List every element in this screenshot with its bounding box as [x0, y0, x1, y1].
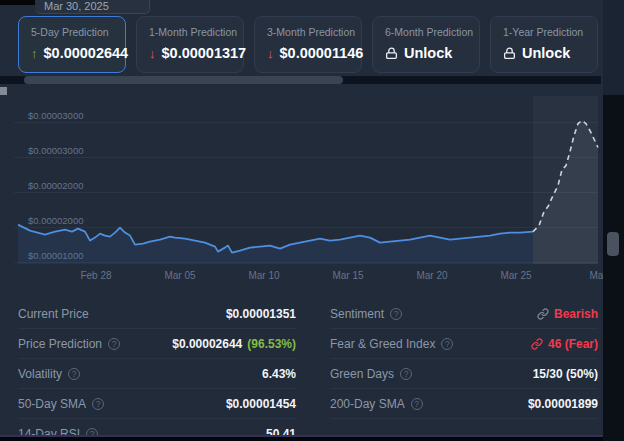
stat-label: Fear & Greed Index — [330, 337, 435, 351]
top-edge-decoration — [0, 0, 36, 5]
row-green-days: Green Days? 15/30 (50%) — [330, 359, 598, 389]
help-icon[interactable]: ? — [411, 398, 423, 410]
right-edge-top — [603, 0, 624, 95]
stat-label: Green Days — [330, 367, 394, 381]
row-current-price: Current Price $0.00001351 — [18, 299, 296, 329]
y-axis-label: $0.00002000 — [28, 215, 83, 226]
stat-value: $0.00001899 — [528, 397, 598, 411]
horizontal-scrollbar-thumb[interactable] — [24, 76, 343, 84]
series-fill — [18, 225, 533, 264]
right-edge-column — [603, 95, 624, 441]
bottom-edge-decoration — [0, 437, 624, 441]
link-icon[interactable] — [531, 338, 543, 350]
row-fear-greed-index: Fear & Greed Index? 46 (Fear) — [330, 329, 598, 359]
card-value-text: Unlock — [522, 45, 570, 61]
x-tick-label: Mar 20 — [416, 270, 447, 281]
card-1-month-prediction[interactable]: 1-Month Prediction ↓ $0.00001317 — [136, 16, 244, 73]
y-axis-label: $0.00003000 — [28, 110, 83, 121]
stat-percent: (96.53%) — [247, 337, 296, 351]
x-tick-label: Mar 15 — [332, 270, 363, 281]
row-sentiment: Sentiment? Bearish — [330, 299, 598, 329]
card-label: 3-Month Prediction — [267, 26, 361, 38]
help-icon[interactable]: ? — [68, 368, 80, 380]
vertical-scrollbar-thumb[interactable] — [607, 232, 619, 256]
row-200-day-sma: 200-Day SMA? $0.00001899 — [330, 389, 598, 419]
stat-value[interactable]: Bearish — [554, 307, 598, 321]
card-label: 6-Month Prediction — [385, 26, 479, 38]
stat-label: Volatility — [18, 367, 62, 381]
tooltip-date-text: Mar 30, 2025 — [44, 0, 109, 12]
help-icon[interactable]: ? — [441, 338, 453, 350]
row-50-day-sma: 50-Day SMA? $0.00001454 — [18, 389, 296, 419]
lock-icon — [503, 47, 516, 60]
x-tick-label: Feb 28 — [80, 270, 111, 281]
link-icon[interactable] — [537, 308, 549, 320]
card-3-month-prediction[interactable]: 3-Month Prediction ↓ $0.00001146 — [254, 16, 362, 73]
x-tick-label: Mar 05 — [164, 270, 195, 281]
x-tick-label: Mar 10 — [248, 270, 279, 281]
horizontal-scrollbar[interactable] — [0, 76, 601, 84]
card-5-day-prediction[interactable]: 5-Day Prediction ↑ $0.00002644 — [18, 16, 126, 73]
card-label: 5-Day Prediction — [31, 26, 125, 38]
stat-value[interactable]: 46 (Fear) — [548, 337, 598, 351]
y-axis-label: $0.00003000 — [28, 145, 83, 156]
stat-value: $0.00002644 — [172, 337, 242, 351]
stat-value: $0.00001351 — [226, 307, 296, 321]
price-chart[interactable]: $0.00003000$0.00003000$0.00002000$0.0000… — [0, 96, 610, 264]
stats-table: Current Price $0.00001351 Price Predicti… — [18, 299, 598, 441]
arrow-down-icon: ↓ — [149, 46, 156, 61]
arrow-down-icon: ↓ — [267, 46, 274, 61]
help-icon[interactable]: ? — [108, 338, 120, 350]
stat-label: Sentiment — [330, 307, 384, 321]
stat-value: 15/30 (50%) — [533, 367, 598, 381]
lock-icon — [385, 47, 398, 60]
arrow-up-icon: ↑ — [31, 46, 38, 61]
stats-column-left: Current Price $0.00001351 Price Predicti… — [18, 299, 296, 441]
prediction-cards-row: 5-Day Prediction ↑ $0.00002644 1-Month P… — [18, 16, 598, 73]
row-volatility: Volatility? 6.43% — [18, 359, 296, 389]
crypto-prediction-panel: Mar 30, 2025 5-Day Prediction ↑ $0.00002… — [0, 0, 624, 441]
stat-label: Current Price — [18, 307, 89, 321]
stat-label: 50-Day SMA — [18, 397, 86, 411]
help-icon[interactable]: ? — [400, 368, 412, 380]
stat-value: $0.00001454 — [226, 397, 296, 411]
row-price-prediction: Price Prediction? $0.00002644(96.53%) — [18, 329, 296, 359]
stat-label: 200-Day SMA — [330, 397, 405, 411]
card-value-text: $0.00002644 — [44, 45, 129, 61]
help-icon[interactable]: ? — [92, 398, 104, 410]
x-tick-label: Mar 25 — [500, 270, 531, 281]
card-value-text: $0.00001317 — [162, 45, 247, 61]
card-1-year-prediction-unlock[interactable]: 1-Year Prediction Unlock — [490, 16, 598, 73]
chart-canvas[interactable]: $0.00003000$0.00003000$0.00002000$0.0000… — [0, 96, 610, 264]
stat-label: Price Prediction — [18, 337, 102, 351]
date-tooltip: Mar 30, 2025 — [35, 0, 150, 14]
card-value-text: $0.00001146 — [280, 45, 364, 61]
scrollbar-corner — [0, 87, 7, 95]
card-6-month-prediction-unlock[interactable]: 6-Month Prediction Unlock — [372, 16, 480, 73]
card-value-text: Unlock — [404, 45, 452, 61]
chart-x-axis: Feb 28Mar 05Mar 10Mar 15Mar 20Mar 25Mar — [0, 268, 610, 283]
card-label: 1-Month Prediction — [149, 26, 243, 38]
card-label: 1-Year Prediction — [503, 26, 597, 38]
stat-value: 6.43% — [262, 367, 296, 381]
stats-column-right: Sentiment? Bearish Fear & Greed Index? 4… — [330, 299, 598, 441]
help-icon[interactable]: ? — [390, 308, 402, 320]
y-axis-label: $0.00002000 — [28, 180, 83, 191]
